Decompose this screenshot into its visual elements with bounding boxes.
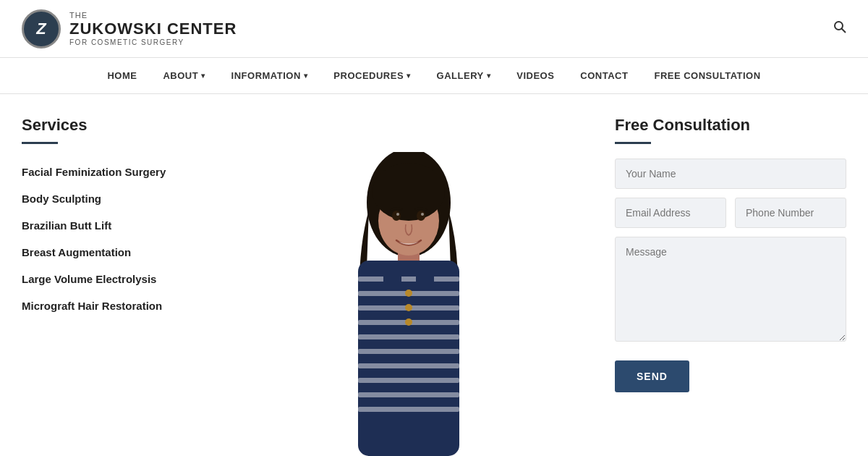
send-button[interactable]: SEND	[615, 360, 689, 392]
email-field-wrapper	[615, 198, 726, 228]
logo-brand: ZUKOWSKI CENTER	[69, 20, 237, 38]
chevron-down-icon: ▾	[201, 72, 205, 80]
svg-point-22	[392, 211, 401, 221]
main-nav: HOME ABOUT ▾ INFORMATION ▾ PROCEDURES ▾ …	[0, 58, 868, 94]
nav-gallery[interactable]: GALLERY ▾	[424, 58, 504, 93]
nav-contact[interactable]: CONTACT	[567, 58, 641, 93]
svg-point-21	[373, 163, 445, 221]
logo-subtitle: FOR COSMETIC SURGERY	[69, 38, 237, 46]
sidebar-underline	[22, 142, 58, 144]
hero-person	[315, 152, 503, 456]
sidebar-item-micrograft-hair-restoration[interactable]: Micrograft Hair Restoration	[22, 292, 203, 319]
sidebar-item-body-sculpting[interactable]: Body Sculpting	[22, 185, 203, 212]
sidebar-item-facial-feminization[interactable]: Facial Feminization Surgery	[22, 159, 203, 185]
nav-about[interactable]: ABOUT ▾	[150, 58, 218, 93]
search-button[interactable]	[833, 20, 846, 37]
sidebar-item-brazilian-butt-lift[interactable]: Brazilian Butt Lift	[22, 212, 203, 239]
svg-point-19	[405, 318, 412, 326]
header: Z THE ZUKOWSKI CENTER FOR COSMETIC SURGE…	[0, 0, 868, 58]
consultation-title: Free Consultation	[615, 116, 846, 135]
nav-procedures[interactable]: PROCEDURES ▾	[320, 58, 423, 93]
nav-videos[interactable]: VIDEOS	[503, 58, 567, 93]
chevron-down-icon: ▾	[407, 72, 411, 80]
name-field-group	[615, 159, 846, 189]
logo-letter: Z	[36, 20, 46, 38]
message-textarea[interactable]	[615, 237, 846, 342]
svg-point-25	[421, 213, 424, 216]
svg-rect-5	[358, 276, 459, 282]
logo-the: THE	[69, 11, 237, 20]
chevron-down-icon: ▾	[487, 72, 491, 80]
sidebar: Services Facial Feminization Surgery Bod…	[0, 94, 224, 456]
svg-point-24	[396, 213, 399, 216]
phone-input[interactable]	[735, 198, 846, 228]
phone-field-wrapper	[735, 198, 846, 228]
logo[interactable]: Z THE ZUKOWSKI CENTER FOR COSMETIC SURGE…	[22, 9, 237, 48]
svg-rect-16	[416, 261, 434, 290]
svg-line-1	[842, 29, 846, 33]
svg-point-0	[835, 22, 843, 30]
svg-rect-14	[358, 407, 459, 412]
svg-point-23	[417, 211, 425, 221]
hero-image-area	[224, 94, 593, 456]
chevron-down-icon: ▾	[304, 72, 308, 80]
nav-information[interactable]: INFORMATION ▾	[218, 58, 321, 93]
logo-icon: Z	[22, 9, 61, 48]
nav-home[interactable]: HOME	[94, 58, 150, 93]
panel-underline	[615, 142, 651, 144]
svg-rect-9	[358, 334, 459, 339]
consultation-panel: Free Consultation SEND	[593, 94, 868, 456]
svg-rect-15	[383, 261, 401, 290]
logo-text: THE ZUKOWSKI CENTER FOR COSMETIC SURGERY	[69, 11, 237, 46]
svg-point-18	[405, 304, 412, 311]
sidebar-title: Services	[22, 116, 203, 135]
name-input[interactable]	[615, 159, 846, 189]
message-field-group	[615, 237, 846, 345]
svg-point-17	[405, 290, 412, 297]
svg-rect-11	[358, 363, 459, 368]
sidebar-item-large-volume-electrolysis[interactable]: Large Volume Electrolysis	[22, 266, 203, 292]
svg-rect-13	[358, 392, 459, 397]
svg-rect-10	[358, 349, 459, 354]
main-content: Services Facial Feminization Surgery Bod…	[0, 94, 868, 456]
email-phone-row	[615, 198, 846, 228]
email-input[interactable]	[615, 198, 726, 228]
nav-free-consultation[interactable]: FREE CONSULTATION	[641, 58, 773, 93]
svg-rect-12	[358, 378, 459, 383]
sidebar-item-breast-augmentation[interactable]: Breast Augmentation	[22, 239, 203, 266]
